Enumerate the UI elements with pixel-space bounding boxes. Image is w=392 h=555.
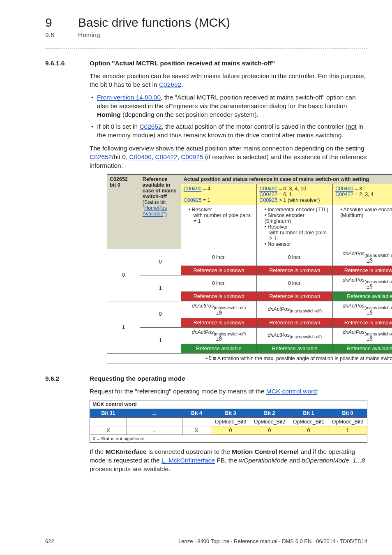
- s1-paragraph-1: The encoder position can be saved with m…: [90, 72, 367, 89]
- s1-paragraph-2: The following overview shows the actual …: [90, 144, 367, 170]
- s2-paragraph-2: If the MCKInterface is connected upstrea…: [90, 448, 367, 474]
- t2-footnote: X = Status not significant: [90, 435, 367, 443]
- t1-colA-desc: Resolverwith number of pole pairs = 1: [181, 205, 257, 249]
- actual-position-table: C02652bit 0 Reference available in case …: [107, 174, 392, 363]
- link-c00422[interactable]: C00422: [155, 153, 177, 160]
- mck-control-word-table: MCK control word Bit 31 ... Bit 4 Bit 3 …: [90, 400, 367, 443]
- subsection-2-header: 9.6.2 Requesting the operating mode: [45, 375, 367, 382]
- t1-h-c02652: C02652bit 0: [107, 175, 140, 249]
- page-number: 622: [45, 538, 54, 544]
- t1-row-1-0: 1 0 dnActPos(mains switch-off)±ϑ dnActPo…: [107, 301, 392, 318]
- t2-header-row: Bit 31 ... Bit 4 Bit 3 Bit 2 Bit 1 Bit 0: [90, 409, 367, 418]
- chapter-title: Basic drive functions (MCK): [78, 16, 230, 30]
- link-c02652-2[interactable]: C02652: [139, 123, 161, 130]
- t1-row-0-1: 1 0 incr. 0 incr. dnActPos(mains switch-…: [107, 275, 392, 292]
- t1-footnote: ±ϑ ≡ A rotation within the max. possible…: [107, 354, 392, 363]
- t1-colC-settings: C00490 = 3 C00422 = 2, 3, 4: [333, 184, 392, 205]
- page-footer: 622 Lenze · 8400 TopLine · Reference man…: [45, 538, 367, 544]
- section-header: 9.6 Homing: [45, 31, 367, 39]
- t1-colA-settings: C00490 = 4 C00925 = 1: [181, 184, 257, 205]
- t1-h-reference: Reference available in case of mains swi…: [140, 175, 181, 249]
- divider: [45, 49, 367, 49]
- subsection-1-title: Option "Actual MCTRL position received a…: [90, 60, 275, 67]
- t2-caption: MCK control word: [90, 400, 367, 409]
- t1-h-span: Actual position and status reference in …: [181, 175, 392, 184]
- link-version[interactable]: From version 14.00.00: [97, 94, 161, 101]
- t2-label-row: OpMode_Bit3 OpMode_Bit2 OpMode_Bit1 OpMo…: [90, 418, 367, 426]
- t1-row-1-1: 1 dnActPos(mains switch-off)±ϑ dnActPos(…: [107, 327, 392, 344]
- subsection-2-number: 9.6.2: [45, 375, 90, 382]
- t1-colB-settings: C00490 = 0, 3, 4, 10 C00422 = 0, 1 C0092…: [257, 184, 333, 205]
- section-title: Homing: [78, 31, 100, 39]
- link-c00925[interactable]: C00925: [181, 153, 203, 160]
- link-c02652[interactable]: C02652: [159, 81, 181, 88]
- s2-paragraph-1: Request for the "referencing" operating …: [90, 387, 367, 396]
- link-mck-control-word[interactable]: MCK control word: [266, 388, 317, 395]
- subsection-1-number: 9.6.1.6: [45, 60, 90, 67]
- chapter-number: 9: [45, 16, 78, 30]
- subsection-2-title: Requesting the operating mode: [90, 375, 185, 382]
- s1-bullet-2: If bit 0 is set in C02652, the actual po…: [97, 123, 367, 140]
- chapter-header: 9 Basic drive functions (MCK): [45, 16, 367, 30]
- t1-colC-desc: Absolute value encoder (Multiturn): [333, 205, 392, 249]
- link-c02652-3[interactable]: C02652: [90, 153, 112, 160]
- link-mckctrlinterface[interactable]: L_MckCtrlInterface: [161, 457, 215, 464]
- footer-text: Lenze · 8400 TopLine · Reference manual …: [178, 538, 367, 544]
- subsection-1-header: 9.6.1.6 Option "Actual MCTRL position re…: [45, 60, 367, 67]
- t2-value-row: X ... X 0 0 0 1: [90, 426, 367, 435]
- section-number: 9.6: [45, 31, 78, 39]
- t1-colB-desc: Incremental encoder (TTL) Sin/cos encode…: [257, 205, 333, 249]
- s1-bullet-list: From version 14.00.00, the "Actual MCTRL…: [90, 93, 367, 140]
- link-homepos[interactable]: HomePos: [144, 205, 167, 211]
- s1-bullet-1: From version 14.00.00, the "Actual MCTRL…: [97, 93, 367, 119]
- t1-row-0-0: 0 0 0 incr. 0 incr. dnActPos(mains switc…: [107, 249, 392, 266]
- link-available[interactable]: Available: [143, 211, 164, 217]
- link-c00490[interactable]: C00490: [129, 153, 152, 160]
